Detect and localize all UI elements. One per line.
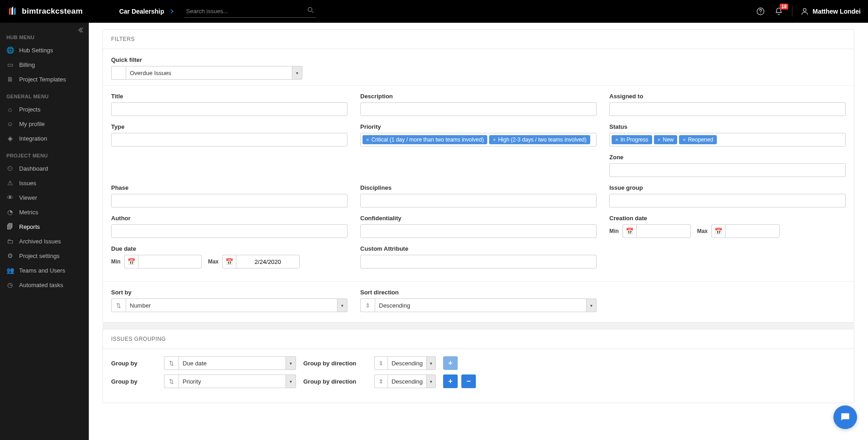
calendar-icon[interactable]: 📅 [711, 224, 725, 238]
sidebar-item-label: My profile [19, 121, 45, 127]
due-date-max[interactable]: Max 📅 [208, 255, 300, 268]
help-icon[interactable] [756, 6, 766, 16]
sidebar-item-projects[interactable]: ⌂Projects [0, 102, 89, 116]
calendar-icon[interactable]: 📅 [623, 224, 636, 238]
due-date-min[interactable]: Min 📅 [111, 255, 202, 268]
remove-group-button[interactable]: − [461, 374, 476, 388]
custom-attr-input[interactable] [360, 255, 597, 268]
custom-attr-label: Custom Attribute [360, 245, 597, 252]
calendar-icon[interactable]: 📅 [222, 255, 236, 268]
sidebar-item-archived[interactable]: 🗀Archived Issues [0, 234, 89, 248]
chevron-down-icon[interactable]: ▾ [587, 298, 597, 312]
close-icon[interactable]: × [366, 137, 369, 142]
calendar-icon[interactable]: 📅 [124, 255, 138, 268]
sidebar-item-viewer[interactable]: 👁Viewer [0, 190, 89, 205]
group-dir-select-1[interactable]: ⇕ Descending ▾ [374, 374, 436, 388]
status-chip[interactable]: ×Reopened [679, 135, 717, 144]
search-icon[interactable] [307, 7, 314, 15]
chevron-down-icon[interactable]: ▾ [286, 356, 296, 370]
sort-by-select[interactable]: ⇅ Number ▾ [111, 298, 347, 312]
sidebar-item-integration[interactable]: ◈Integration [0, 131, 89, 146]
close-icon[interactable]: × [658, 137, 660, 142]
zone-input[interactable] [609, 163, 846, 177]
chat-fab[interactable] [833, 405, 857, 429]
sidebar-item-dashboard[interactable]: ⏲Dashboard [0, 161, 89, 176]
user-menu[interactable]: Matthew Londei [801, 7, 861, 15]
grouping-row: Group by ⇅ Due date ▾ Group by direction… [111, 356, 846, 370]
status-chip[interactable]: ×New [654, 135, 677, 144]
chevron-down-icon[interactable]: ▾ [427, 356, 436, 370]
priority-chip[interactable]: ×High (2-3 days / two teams involved) [489, 135, 590, 144]
chevron-down-icon[interactable]: ▾ [427, 374, 436, 388]
clock-icon: ◷ [6, 281, 14, 288]
sidebar-item-templates[interactable]: 🗎Project Templates [0, 72, 89, 86]
sort-dir-select[interactable]: ⇕ Descending ▾ [360, 298, 597, 312]
title-input[interactable] [111, 102, 347, 116]
sidebar-item-issues[interactable]: ⚠Issues [0, 176, 89, 190]
grouping-row: Group by ⇅ Priority ▾ Group by direction… [111, 374, 846, 388]
sidebar-item-automated[interactable]: ◷Automated tasks [0, 278, 89, 292]
file-icon: 🗎 [6, 76, 14, 83]
sidebar-item-metrics[interactable]: ◔Metrics [0, 205, 89, 219]
chevron-down-icon[interactable]: ▾ [292, 66, 302, 80]
creation-date-max-input[interactable] [725, 224, 780, 238]
gear-icon: ⚙ [6, 252, 14, 259]
quick-filter-value: Overdue Issues [126, 66, 292, 80]
group-by-select-0[interactable]: ⇅ Due date ▾ [164, 356, 296, 370]
globe-icon: 🌐 [6, 46, 14, 54]
chevron-down-icon[interactable]: ▾ [337, 298, 347, 312]
priority-label: Priority [360, 123, 597, 130]
group-by-select-1[interactable]: ⇅ Priority ▾ [164, 374, 296, 388]
quick-filter-label: Quick filter [111, 56, 302, 63]
type-input[interactable] [111, 133, 347, 147]
sidebar-item-project-settings[interactable]: ⚙Project settings [0, 248, 89, 263]
due-date-min-input[interactable] [138, 255, 202, 268]
close-icon[interactable]: × [683, 137, 685, 142]
notification-icon[interactable]: 18 [774, 6, 784, 16]
creation-date-max[interactable]: Max 📅 [697, 224, 780, 238]
creation-date-min[interactable]: Min 📅 [609, 224, 691, 238]
priority-input[interactable]: ×Critical (1 day / more than two teams i… [360, 133, 597, 147]
project-name[interactable]: Car Dealership [119, 8, 164, 15]
svg-point-0 [308, 7, 312, 11]
quick-filter-select[interactable]: Overdue Issues ▾ [111, 66, 302, 80]
sidebar-item-hub-settings[interactable]: 🌐Hub Settings [0, 43, 89, 57]
close-icon[interactable]: × [615, 137, 618, 142]
sidebar-item-billing[interactable]: ▭Billing [0, 57, 89, 72]
report-icon: 🗐 [6, 223, 14, 230]
people-icon: 👥 [6, 267, 14, 274]
creation-date-min-input[interactable] [636, 224, 691, 238]
collapse-icon[interactable] [78, 27, 83, 34]
priority-chip[interactable]: ×Critical (1 day / more than two teams i… [363, 135, 487, 144]
svg-line-1 [311, 11, 313, 13]
brand-logo[interactable]: bimtrackcsteam [7, 6, 83, 16]
add-group-button[interactable]: + [443, 356, 458, 370]
card-icon: ▭ [6, 61, 14, 68]
group-dir-select-0[interactable]: ⇕ Descending ▾ [374, 356, 436, 370]
status-input[interactable]: ×In Progress ×New ×Reopened [609, 133, 846, 147]
assigned-input[interactable] [609, 102, 846, 116]
confidentiality-input[interactable] [360, 224, 597, 238]
status-chip[interactable]: ×In Progress [612, 135, 652, 144]
issue-group-input[interactable] [609, 194, 846, 207]
issue-group-label: Issue group [609, 184, 846, 191]
add-group-button[interactable]: + [443, 374, 458, 388]
eye-icon: 👁 [6, 194, 14, 201]
sidebar-item-teams[interactable]: 👥Teams and Users [0, 263, 89, 278]
due-date-max-input[interactable] [236, 255, 300, 268]
chevron-down-icon[interactable]: ▾ [286, 374, 296, 388]
disciplines-input[interactable] [360, 194, 597, 207]
svg-point-4 [803, 9, 806, 11]
user-icon [801, 7, 809, 15]
sidebar-item-profile[interactable]: ☺My profile [0, 116, 89, 131]
phase-input[interactable] [111, 194, 347, 207]
close-icon[interactable]: × [493, 137, 495, 142]
sidebar-item-reports[interactable]: 🗐Reports [0, 219, 89, 234]
sidebar-item-label: Dashboard [19, 165, 48, 172]
hub-menu-header: HUB MENU [0, 27, 89, 43]
author-input[interactable] [111, 224, 347, 238]
archive-icon: 🗀 [6, 238, 14, 245]
sort-icon: ⇅ [164, 356, 179, 370]
search-input[interactable] [184, 5, 317, 18]
description-input[interactable] [360, 102, 597, 116]
